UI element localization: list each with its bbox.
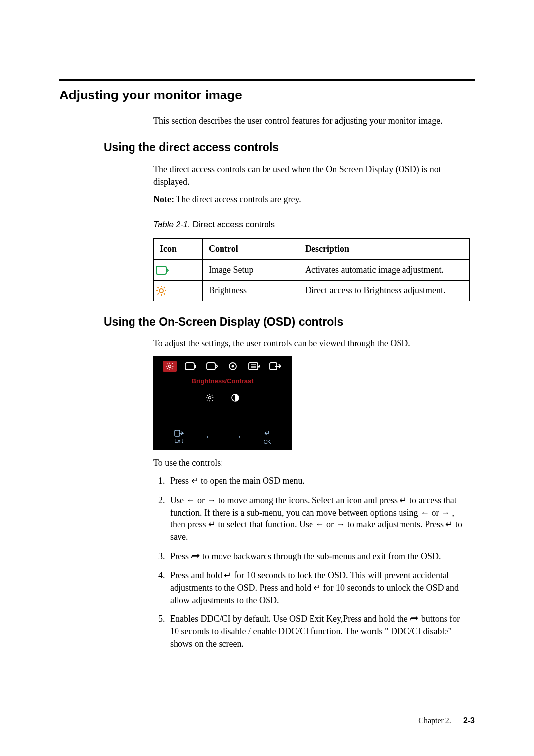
osd-nav-ok: ↵ OK: [264, 428, 271, 445]
note-text: The direct access controls are grey.: [174, 194, 301, 204]
osd-options-icon: [247, 361, 261, 372]
image-setup-icon: [154, 260, 203, 281]
page-footer: Chapter 2. 2-3: [418, 716, 475, 725]
note-label: Note:: [153, 194, 174, 204]
osd-menu-label: Brightness/Contrast: [153, 378, 292, 385]
osd-nav-left: ←: [205, 432, 213, 441]
osd-sub-brightness-icon: [205, 393, 214, 402]
table-caption: Table 2-1. Direct access controls: [153, 220, 470, 230]
step-5: Enables DDC/CI by default. Use OSD Exit …: [167, 613, 470, 650]
note: Note: The direct access controls are gre…: [153, 193, 470, 206]
svg-line-15: [167, 363, 168, 364]
brightness-icon: [154, 281, 203, 301]
osd-properties-icon: [226, 361, 240, 372]
th-icon: Icon: [154, 239, 203, 260]
cell-control: Brightness: [203, 281, 299, 301]
svg-point-10: [169, 365, 171, 368]
osd-image-setup-icon: [205, 361, 219, 372]
step-4: Press and hold ↵ for 10 seconds to lock …: [167, 569, 470, 606]
use-controls-intro: To use the controls:: [153, 457, 470, 469]
cell-desc: Direct access to Brightness adjustment.: [299, 281, 470, 301]
page-number: 2-3: [463, 716, 475, 725]
svg-line-8: [158, 293, 159, 294]
svg-rect-21: [207, 363, 215, 370]
svg-line-6: [158, 287, 159, 288]
cell-control: Image Setup: [203, 260, 299, 281]
osd-intro: To adjust the settings, the user control…: [153, 337, 470, 350]
heading-direct-access: Using the direct access controls: [104, 141, 475, 154]
osd-nav-exit: Exit: [174, 430, 184, 444]
step-2: Use ← or → to move among the icons. Sele…: [167, 494, 470, 543]
osd-exit-icon: [268, 361, 282, 372]
svg-point-23: [232, 365, 234, 368]
svg-line-17: [167, 368, 168, 369]
step-3: Press ⮫ to move backwards through the su…: [167, 550, 470, 563]
table-row: Brightness Direct access to Brightness a…: [154, 281, 470, 301]
svg-line-9: [164, 287, 165, 288]
svg-rect-0: [156, 266, 166, 274]
osd-nav-right: →: [234, 432, 242, 441]
osd-screenshot: Brightness/Contrast Exit ← → ↵ OK: [153, 356, 292, 450]
svg-point-29: [209, 397, 211, 399]
svg-line-7: [164, 293, 165, 294]
svg-line-37: [212, 395, 213, 396]
osd-brightness-icon: [163, 361, 177, 372]
heading-osd-controls: Using the On-Screen Display (OSD) contro…: [104, 315, 475, 329]
svg-point-1: [159, 289, 163, 293]
svg-line-35: [212, 400, 213, 401]
svg-rect-20: [194, 365, 196, 368]
svg-rect-19: [185, 363, 194, 370]
table-title: Direct access controls: [190, 220, 275, 229]
th-control: Control: [203, 239, 299, 260]
table-number: Table 2-1.: [153, 220, 190, 229]
th-description: Description: [299, 239, 470, 260]
svg-line-34: [207, 395, 208, 396]
heading-adjusting: Adjusting your monitor image: [59, 88, 475, 103]
intro-text: This section describes the user control …: [153, 115, 470, 127]
direct-access-table: Icon Control Description Image Setup Act…: [153, 238, 470, 301]
table-header-row: Icon Control Description: [154, 239, 470, 260]
svg-line-18: [172, 363, 173, 364]
osd-position-icon: [184, 361, 198, 372]
steps-list: Press ↵ to open the main OSD menu. Use ←…: [153, 475, 470, 650]
svg-line-36: [207, 400, 208, 401]
chapter-label: Chapter 2.: [418, 716, 451, 725]
cell-desc: Activates automatic image adjustment.: [299, 260, 470, 281]
svg-line-16: [172, 368, 173, 369]
table-row: Image Setup Activates automatic image ad…: [154, 260, 470, 281]
step-1: Press ↵ to open the main OSD menu.: [167, 475, 470, 487]
osd-sub-contrast-icon: [231, 393, 240, 402]
direct-access-desc: The direct access controls can be used w…: [153, 163, 470, 188]
